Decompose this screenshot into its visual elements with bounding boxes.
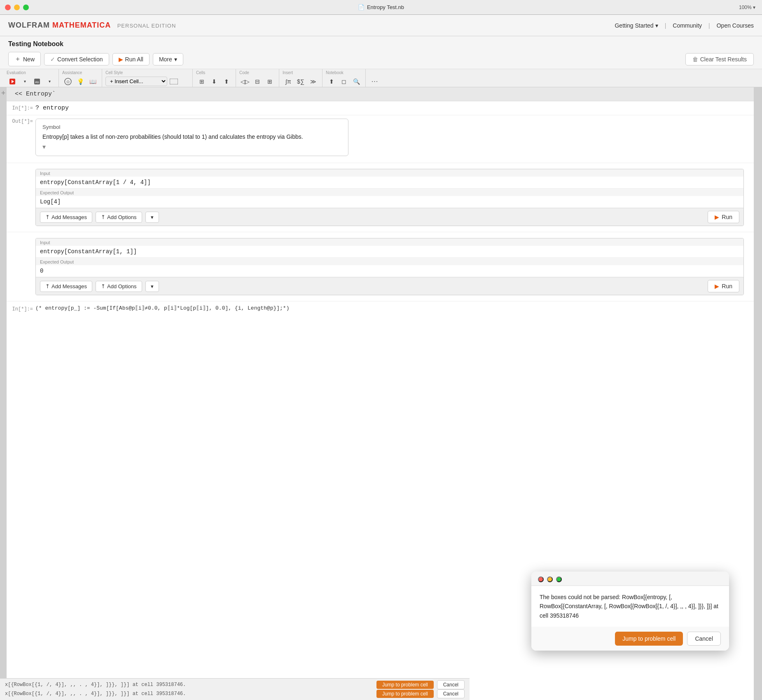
bottom-cancel-button2[interactable]: Cancel bbox=[437, 689, 465, 698]
test2-container: Input entropy[ConstantArray[1, 1]] Expec… bbox=[35, 235, 749, 299]
dialog-cancel-button[interactable]: Cancel bbox=[687, 632, 721, 646]
test2-expected-code[interactable]: 0 bbox=[36, 265, 743, 277]
add-cell-button[interactable]: + bbox=[1, 87, 6, 99]
evaluation-section: Evaluation ▾ Ab ▾ bbox=[3, 69, 59, 87]
test2-add-messages-button[interactable]: ⤒ Add Messages bbox=[40, 281, 92, 292]
code-icon3[interactable]: ⊞ bbox=[264, 76, 276, 87]
assist-icon1[interactable]: ⊙ bbox=[62, 76, 74, 87]
chevron-up-icon3: ⤒ bbox=[45, 283, 50, 289]
more-button[interactable]: More ▾ bbox=[153, 53, 183, 65]
maximize-button[interactable] bbox=[23, 5, 29, 10]
bottom-cancel-button1[interactable]: Cancel bbox=[437, 680, 465, 689]
test2-input-code[interactable]: entropy[ConstantArray[1, 1]] bbox=[36, 246, 743, 258]
cells-label: Cells bbox=[196, 71, 232, 75]
clear-test-results-button[interactable]: 🗑 Clear Test Results bbox=[685, 53, 754, 65]
svg-text:⊙: ⊙ bbox=[66, 79, 70, 84]
test1-add-options-button[interactable]: ⤒ Add Options bbox=[96, 212, 142, 223]
assist-icon2[interactable]: 💡 bbox=[75, 76, 86, 87]
menu-bar: WOLFRAM MATHEMATICA PERSONAL EDITION Get… bbox=[0, 15, 762, 36]
chevron-up-icon2: ⤒ bbox=[101, 214, 105, 220]
evaluation-icon2[interactable]: Ab bbox=[31, 76, 43, 87]
new-button[interactable]: ＋ New bbox=[8, 52, 41, 66]
minimize-button[interactable] bbox=[14, 5, 20, 10]
test1-add-messages-button[interactable]: ⤒ Add Messages bbox=[40, 212, 92, 223]
community-link[interactable]: Community bbox=[673, 22, 702, 29]
cells-icon1[interactable]: ⊞ bbox=[196, 76, 208, 87]
code-section: Code ◁▷ ⊟ ⊞ bbox=[236, 69, 279, 87]
run-all-button[interactable]: ▶ Run All bbox=[112, 53, 150, 65]
cell-style-label: Cell Style bbox=[105, 71, 189, 75]
dialog-maximize-button[interactable] bbox=[556, 576, 562, 582]
test1-input-code[interactable]: entropy[ConstantArray[1 / 4, 4]] bbox=[36, 177, 743, 189]
brand-edition: PERSONAL EDITION bbox=[117, 23, 176, 29]
jump-to-problem-cell-button[interactable]: Jump to problem cell bbox=[615, 632, 683, 646]
test1-dropdown-button[interactable]: ▾ bbox=[145, 212, 159, 223]
chevron-up-icon: ⤒ bbox=[45, 214, 50, 220]
symbol-box-container: Symbol Entropy[p] takes a list of non-ze… bbox=[35, 117, 749, 158]
insert-icon2[interactable]: $∑ bbox=[295, 76, 306, 87]
bottom-jump-button1[interactable]: Jump to problem cell bbox=[376, 681, 434, 689]
test2-dropdown-button[interactable]: ▾ bbox=[145, 281, 159, 292]
query-cell-body[interactable]: ? entropy bbox=[35, 104, 749, 112]
test1-expected-code[interactable]: Log[4] bbox=[36, 196, 743, 208]
test1-input-label: Input bbox=[36, 169, 743, 177]
dialog-body: The boxes could not be parsed: RowBox[{e… bbox=[531, 586, 729, 627]
assist-icon3[interactable]: 📖 bbox=[87, 76, 98, 87]
close-button[interactable] bbox=[5, 5, 11, 10]
test2-add-options-button[interactable]: ⤒ Add Options bbox=[96, 281, 142, 292]
cell-style-dropdown[interactable]: + Insert Cell... bbox=[105, 77, 167, 86]
zoom-level: 100% ▾ bbox=[739, 5, 755, 10]
brand-mathematica: MATHEMATICA bbox=[52, 21, 111, 29]
evaluation-icon2-dropdown[interactable]: ▾ bbox=[44, 76, 55, 87]
bottom-bar-text2: x[{RowBox[{1, /, 4}], ,, . , 4}], ]}}, ]… bbox=[5, 691, 376, 697]
notebook-search-icon[interactable]: 🔍 bbox=[351, 76, 362, 87]
trash-icon: 🗑 bbox=[692, 56, 698, 63]
convert-selection-button[interactable]: ✓ Convert Selection bbox=[44, 53, 109, 65]
cell-type-btn[interactable] bbox=[168, 76, 180, 87]
notebook-icon2[interactable]: ◻ bbox=[338, 76, 350, 87]
cells-icon3[interactable]: ⬆ bbox=[221, 76, 232, 87]
insert-icon1[interactable]: ∫π bbox=[283, 76, 294, 87]
expand-symbol-button[interactable]: ▾ bbox=[42, 143, 341, 151]
test2-actions: ⤒ Add Messages ⤒ Add Options ▾ ▶ Run bbox=[36, 277, 743, 295]
evaluation-dropdown[interactable]: ▾ bbox=[19, 76, 30, 87]
test2-input-label: Input bbox=[36, 238, 743, 246]
dialog-message: The boxes could not be parsed: RowBox[{e… bbox=[540, 593, 721, 620]
dialog-box: The boxes could not be parsed: RowBox[{e… bbox=[531, 572, 729, 651]
insert-section: Insert ∫π $∑ ≫ bbox=[279, 69, 323, 87]
more-options-button[interactable]: ··· bbox=[369, 76, 381, 87]
assistance-label: Assistance bbox=[62, 71, 98, 75]
test1-run-button[interactable]: ▶ Run bbox=[708, 211, 739, 223]
window-controls bbox=[5, 5, 29, 10]
code-icon1[interactable]: ◁▷ bbox=[239, 76, 251, 87]
code-cell-body[interactable]: (* entropy[p_] := -Sum[If[Abs@p⟦i⟧≠0.0, … bbox=[35, 305, 749, 311]
evaluation-icon1[interactable] bbox=[7, 76, 18, 87]
test-cell-1: Input entropy[ConstantArray[1 / 4, 4]] E… bbox=[35, 169, 744, 226]
svg-text:💡: 💡 bbox=[77, 78, 84, 85]
chevron-up-icon4: ⤒ bbox=[101, 283, 105, 289]
cells-section: Cells ⊞ ⬇ ⬆ bbox=[193, 69, 236, 87]
bottom-bar-row2: x[{RowBox[{1, /, 4}], ,, . , 4}], ]}}, ]… bbox=[5, 689, 465, 698]
test-cell-2: Input entropy[ConstantArray[1, 1]] Expec… bbox=[35, 238, 744, 295]
dialog-minimize-button[interactable] bbox=[547, 576, 553, 582]
insert-icon3[interactable]: ≫ bbox=[307, 76, 319, 87]
test1-actions: ⤒ Add Messages ⤒ Add Options ▾ ▶ Run bbox=[36, 208, 743, 226]
cells-icon2[interactable]: ⬇ bbox=[208, 76, 220, 87]
right-gutter bbox=[754, 87, 762, 700]
dialog-footer: Jump to problem cell Cancel bbox=[531, 627, 729, 651]
test1-container: Input entropy[ConstantArray[1 / 4, 4]] E… bbox=[35, 166, 749, 229]
symbol-box: Symbol Entropy[p] takes a list of non-ze… bbox=[35, 119, 348, 156]
bottom-bar-text1: x[{RowBox[{1, /, 4}], ,, . , 4}], ]}}, ]… bbox=[5, 682, 376, 688]
test2-run-button[interactable]: ▶ Run bbox=[708, 280, 739, 292]
brand-wolfram: WOLFRAM bbox=[8, 21, 50, 29]
code-icon2[interactable]: ⊟ bbox=[252, 76, 263, 87]
open-courses-link[interactable]: Open Courses bbox=[717, 22, 754, 29]
evaluation-label: Evaluation bbox=[7, 71, 55, 75]
getting-started-menu[interactable]: Getting Started ▾ bbox=[615, 22, 658, 29]
bottom-jump-button2[interactable]: Jump to problem cell bbox=[376, 690, 434, 698]
symbol-output-block: Out[*]= Symbol Entropy[p] takes a list o… bbox=[7, 115, 754, 163]
left-gutter: + bbox=[0, 87, 7, 700]
dialog-close-button[interactable] bbox=[538, 576, 544, 582]
separator2: | bbox=[708, 22, 710, 29]
notebook-icon1[interactable]: ⬆ bbox=[326, 76, 337, 87]
